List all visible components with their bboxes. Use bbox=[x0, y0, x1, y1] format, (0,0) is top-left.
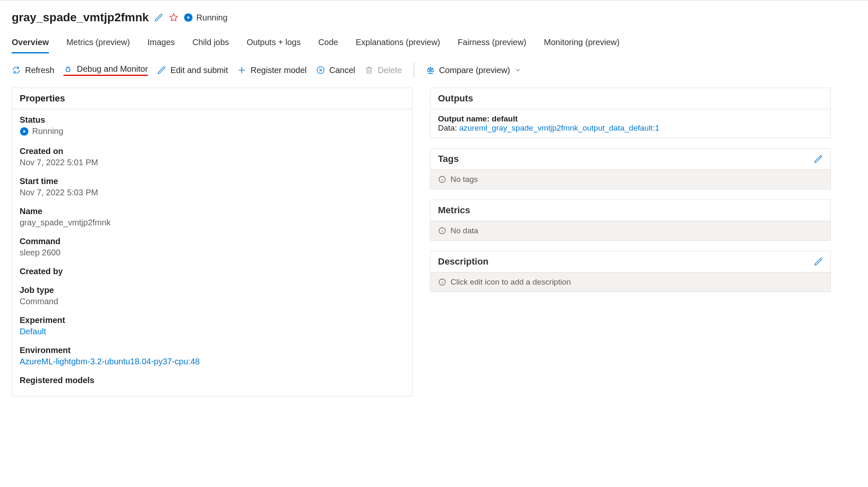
play-icon bbox=[184, 13, 193, 22]
properties-card: Properties Status Running Created on Nov… bbox=[12, 88, 412, 396]
register-model-button[interactable]: Register model bbox=[237, 66, 307, 75]
debug-monitor-button[interactable]: Debug and Monitor bbox=[63, 64, 148, 76]
trash-icon bbox=[364, 66, 374, 75]
edit-description-icon[interactable] bbox=[814, 257, 823, 266]
favorite-star-icon[interactable] bbox=[169, 13, 179, 23]
action-toolbar: Refresh Debug and Monitor Edit and submi… bbox=[12, 53, 856, 86]
experiment-link[interactable]: Default bbox=[20, 327, 405, 336]
output-name: Output name: default bbox=[438, 114, 823, 124]
registered-models-label: Registered models bbox=[20, 376, 405, 385]
output-data-prefix: Data: bbox=[438, 124, 459, 132]
metrics-card: Metrics No data bbox=[430, 199, 831, 241]
metrics-title: Metrics bbox=[438, 205, 470, 216]
tab-monitoring[interactable]: Monitoring (preview) bbox=[544, 34, 620, 53]
outputs-card: Outputs Output name: default Data: azure… bbox=[430, 88, 831, 138]
created-on-value: Nov 7, 2022 5:01 PM bbox=[20, 158, 405, 167]
cancel-icon bbox=[316, 66, 325, 75]
header-status: Running bbox=[184, 13, 228, 23]
output-data-link[interactable]: azureml_gray_spade_vmtjp2fmnk_output_dat… bbox=[459, 124, 660, 132]
bug-icon bbox=[63, 65, 73, 74]
tab-bar: Overview Metrics (preview) Images Child … bbox=[12, 29, 856, 53]
job-type-label: Job type bbox=[20, 285, 405, 295]
pencil-icon bbox=[157, 66, 166, 75]
compare-button[interactable]: Compare (preview) bbox=[426, 66, 521, 75]
cancel-button[interactable]: Cancel bbox=[316, 66, 355, 75]
experiment-label: Experiment bbox=[20, 315, 405, 325]
description-title: Description bbox=[438, 256, 488, 267]
refresh-icon bbox=[12, 66, 21, 75]
refresh-button[interactable]: Refresh bbox=[12, 66, 54, 75]
job-type-value: Command bbox=[20, 297, 405, 306]
output-data-row: Data: azureml_gray_spade_vmtjp2fmnk_outp… bbox=[438, 124, 823, 133]
toolbar-separator bbox=[414, 63, 414, 78]
info-icon bbox=[438, 278, 446, 286]
start-time-label: Start time bbox=[20, 177, 405, 186]
tab-images[interactable]: Images bbox=[147, 34, 175, 53]
tags-title: Tags bbox=[438, 154, 459, 164]
status-value-row: Running bbox=[20, 126, 63, 136]
tab-child-jobs[interactable]: Child jobs bbox=[192, 34, 229, 53]
command-label: Command bbox=[20, 237, 405, 246]
edit-tags-icon[interactable] bbox=[814, 154, 823, 164]
title-bar: gray_spade_vmtjp2fmnk Running bbox=[12, 8, 856, 29]
tab-code[interactable]: Code bbox=[318, 34, 338, 53]
play-icon bbox=[20, 127, 29, 136]
status-label: Status bbox=[20, 115, 405, 125]
environment-link[interactable]: AzureML-lightgbm-3.2-ubuntu18.04-py37-cp… bbox=[20, 357, 405, 366]
chevron-down-icon bbox=[514, 67, 521, 73]
start-time-value: Nov 7, 2022 5:03 PM bbox=[20, 188, 405, 197]
content-scroll[interactable]: Properties Status Running Created on Nov… bbox=[12, 86, 856, 487]
page-title: gray_spade_vmtjp2fmnk bbox=[12, 11, 149, 24]
description-card: Description Click edit icon to add a des… bbox=[430, 251, 831, 292]
scales-icon bbox=[426, 66, 435, 75]
info-icon bbox=[438, 227, 446, 235]
edit-name-icon[interactable] bbox=[154, 13, 164, 23]
metrics-empty-text: No data bbox=[450, 226, 478, 235]
edit-submit-button[interactable]: Edit and submit bbox=[157, 66, 228, 75]
delete-button: Delete bbox=[364, 66, 402, 75]
name-label: Name bbox=[20, 207, 405, 216]
right-column: Outputs Output name: default Data: azure… bbox=[430, 88, 831, 396]
tab-overview[interactable]: Overview bbox=[12, 34, 49, 53]
properties-title: Properties bbox=[20, 93, 65, 104]
tab-fairness[interactable]: Fairness (preview) bbox=[458, 34, 526, 53]
header-status-label: Running bbox=[196, 13, 228, 23]
description-empty-text: Click edit icon to add a description bbox=[450, 278, 571, 287]
command-value: sleep 2600 bbox=[20, 248, 405, 257]
info-icon bbox=[438, 175, 446, 184]
name-value: gray_spade_vmtjp2fmnk bbox=[20, 218, 405, 227]
tab-outputs-logs[interactable]: Outputs + logs bbox=[247, 34, 301, 53]
tab-explanations[interactable]: Explanations (preview) bbox=[356, 34, 440, 53]
environment-label: Environment bbox=[20, 346, 405, 355]
outputs-title: Outputs bbox=[438, 93, 473, 104]
plus-icon bbox=[237, 66, 246, 75]
status-value: Running bbox=[32, 126, 63, 136]
created-by-label: Created by bbox=[20, 267, 405, 276]
tab-metrics[interactable]: Metrics (preview) bbox=[66, 34, 130, 53]
created-on-label: Created on bbox=[20, 146, 405, 156]
tags-card: Tags No tags bbox=[430, 148, 831, 189]
tags-empty-text: No tags bbox=[450, 175, 478, 184]
